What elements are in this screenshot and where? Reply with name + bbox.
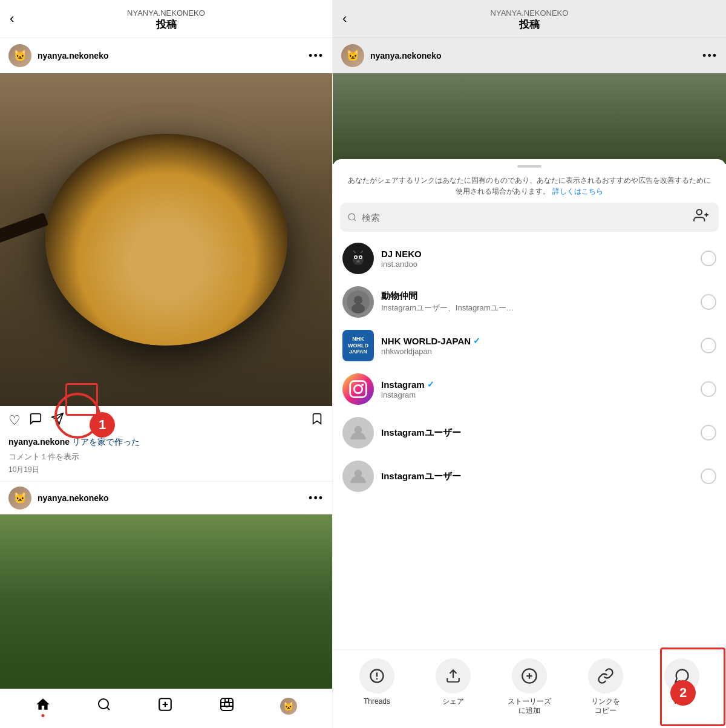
- new-group-button[interactable]: [693, 208, 709, 227]
- svg-rect-30: [350, 381, 367, 398]
- caption-link[interactable]: リアを家で作った: [72, 437, 140, 447]
- story-icon: [512, 658, 547, 694]
- nav-search[interactable]: [97, 697, 111, 715]
- nav-add[interactable]: [157, 697, 173, 716]
- list-item[interactable]: NHKWORLDJAPAN NHK WORLD-JAPAN ✓ nhkworld…: [333, 324, 726, 367]
- select-radio[interactable]: [701, 468, 716, 484]
- upload-icon: [445, 668, 461, 684]
- contact-name: 動物仲間: [381, 290, 693, 302]
- svg-point-29: [352, 304, 365, 313]
- add-circle-icon: [521, 667, 538, 684]
- link-icon: [588, 658, 623, 694]
- contact-info: Instagramユーザー: [381, 471, 693, 482]
- caption-username: nyanya.nekone: [8, 437, 70, 447]
- second-post-user-row: 🐱 nyanya.nekoneko •••: [0, 481, 332, 514]
- post-username: nyanya.nekoneko: [38, 51, 302, 61]
- comments-link[interactable]: コメント１件を表示: [0, 450, 332, 464]
- post-image: [0, 73, 333, 406]
- threads-button[interactable]: Threads: [350, 658, 404, 707]
- notice-link[interactable]: 詳しくはこちら: [552, 187, 603, 195]
- right-header-title: 投稿: [519, 18, 540, 31]
- svg-point-28: [354, 296, 362, 304]
- avatar: 🐱: [8, 44, 31, 67]
- share-label: シェア: [442, 697, 464, 707]
- left-header-username: NYANYA.NEKONEKO: [127, 8, 205, 18]
- contact-avatar: [342, 286, 374, 318]
- avatar-2: 🐱: [8, 487, 31, 510]
- caption-area: nyanya.nekone リアを家で作った: [0, 435, 332, 450]
- list-item[interactable]: Instagramユーザー: [333, 411, 726, 454]
- verified-badge: ✓: [427, 379, 434, 389]
- search-row: [340, 203, 719, 232]
- select-radio[interactable]: [701, 251, 716, 266]
- link-svg-icon: [597, 667, 614, 684]
- contact-name: DJ NEKO: [381, 249, 693, 259]
- comment-button[interactable]: [29, 412, 42, 429]
- right-more-options[interactable]: •••: [702, 50, 718, 62]
- contact-handle: nhkworldjapan: [381, 347, 575, 356]
- sheet-handle: [517, 165, 541, 168]
- post-user-row: 🐱 nyanya.nekoneko •••: [0, 38, 332, 73]
- post-date: 10月19日: [0, 464, 332, 481]
- svg-point-15: [696, 209, 702, 215]
- svg-point-22: [355, 257, 357, 258]
- select-radio[interactable]: [701, 381, 716, 397]
- nav-home[interactable]: [35, 697, 51, 716]
- svg-point-31: [354, 385, 362, 393]
- svg-line-3: [107, 707, 110, 710]
- bookmark-button[interactable]: [310, 412, 324, 429]
- share-action-button[interactable]: シェア: [426, 658, 480, 707]
- contact-avatar: NHKWORLDJAPAN: [342, 330, 374, 361]
- instagram-icon: [348, 379, 368, 399]
- right-panel: ‹ NYANYA.NEKONEKO 投稿 🐱 nyanya.nekoneko •…: [333, 0, 726, 728]
- animal-icon: [347, 290, 370, 313]
- nav-reels[interactable]: [220, 697, 234, 715]
- search-input[interactable]: [362, 212, 688, 223]
- annotation-2: 2: [670, 680, 696, 706]
- contact-name: Instagramユーザー: [381, 427, 693, 439]
- share-icon: [436, 658, 471, 694]
- like-button[interactable]: ♡: [8, 413, 21, 428]
- threads-logo: [368, 667, 385, 684]
- right-avatar: 🐱: [341, 44, 364, 67]
- svg-point-32: [361, 384, 364, 386]
- list-item[interactable]: Instagram ✓ instagram: [333, 367, 726, 411]
- post2-username: nyanya.nekoneko: [38, 493, 302, 503]
- left-header: ‹ NYANYA.NEKONEKO 投稿: [0, 0, 332, 38]
- back-button-left[interactable]: ‹: [10, 11, 14, 27]
- contact-avatar: [342, 461, 374, 492]
- threads-label: Threads: [364, 697, 390, 707]
- verified-badge: ✓: [473, 336, 480, 346]
- annotation-1: 1: [90, 412, 115, 438]
- select-radio[interactable]: [701, 425, 716, 441]
- share-button[interactable]: [51, 412, 64, 429]
- more-options-button-2[interactable]: •••: [309, 492, 324, 505]
- user-icon: [349, 467, 367, 485]
- search-icon: [347, 212, 357, 222]
- list-item[interactable]: 動物仲間 Instagramユーザー、Instagramユー…: [333, 280, 726, 324]
- story-label: ストーリーズ に追加: [508, 697, 551, 716]
- svg-rect-7: [221, 698, 233, 710]
- right-header: ‹ NYANYA.NEKONEKO 投稿: [333, 0, 726, 38]
- list-item[interactable]: Instagramユーザー: [333, 454, 726, 498]
- contact-name: NHK WORLD-JAPAN ✓: [381, 336, 693, 346]
- contact-avatar: [342, 373, 374, 405]
- action-bar: ♡ 1: [0, 406, 332, 435]
- select-radio[interactable]: [701, 338, 716, 353]
- contact-handle: Instagramユーザー、Instagramユー…: [381, 303, 575, 313]
- bottom-nav: 🐱: [0, 689, 332, 728]
- svg-point-26: [356, 260, 360, 263]
- cat-icon: [347, 247, 370, 270]
- contact-info: DJ NEKO inst.andoo: [381, 249, 693, 269]
- left-header-title: 投稿: [156, 18, 177, 31]
- nav-profile[interactable]: 🐱: [280, 698, 297, 715]
- back-button-right[interactable]: ‹: [342, 11, 347, 27]
- list-item[interactable]: DJ NEKO inst.andoo: [333, 237, 726, 280]
- right-post-image-preview: [333, 73, 726, 164]
- contact-info: Instagramユーザー: [381, 427, 693, 439]
- svg-point-13: [348, 214, 355, 220]
- select-radio[interactable]: [701, 294, 716, 310]
- story-button[interactable]: ストーリーズ に追加: [502, 658, 557, 716]
- more-options-button[interactable]: •••: [309, 50, 324, 62]
- copy-link-button[interactable]: リンクを コピー: [578, 658, 633, 716]
